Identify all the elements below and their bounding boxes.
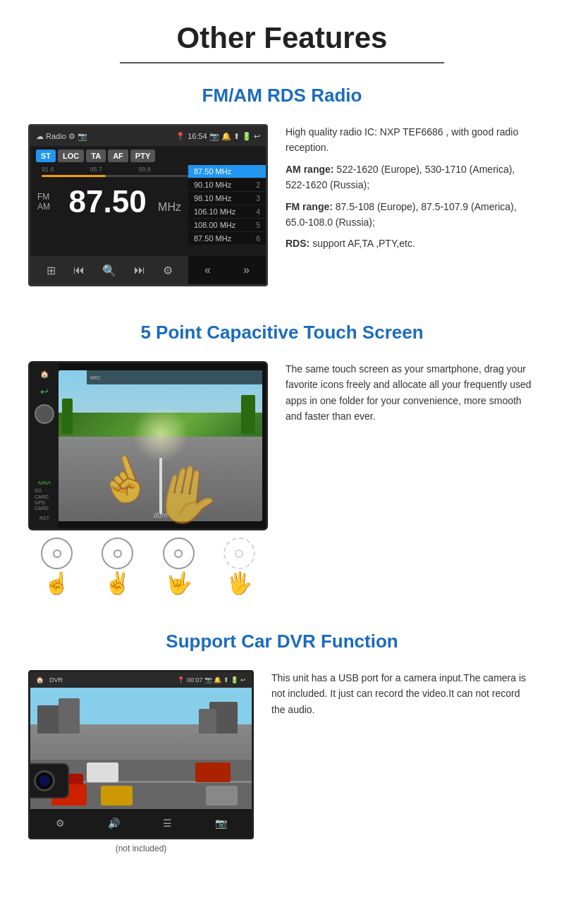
radio-preset-1[interactable]: 87.50 MHz1 (188, 165, 266, 178)
radio-next-icon[interactable]: ⏭ (134, 264, 145, 276)
radio-rds-label: RDS: (286, 238, 309, 249)
radio-btn-af[interactable]: AF (108, 150, 128, 162)
radio-prev-icon[interactable]: ⏮ (73, 264, 85, 276)
radio-grid-icon[interactable]: ⊞ (47, 264, 56, 277)
radio-back-icon[interactable]: « (204, 264, 211, 276)
section-touch: 5 Point Capacitive Touch Screen 🏠 ↩ NAVI… (28, 322, 536, 595)
radio-forward-icon[interactable]: » (243, 264, 250, 276)
touch-image: 🏠 ↩ NAVI SD CARDGPS CARD RST (28, 361, 268, 595)
radio-label: ☁ Radio ⚙ 📷 (36, 132, 87, 141)
radio-btn-pty[interactable]: PTY (130, 150, 155, 162)
touch-gesture-overlay: ☝ ✋ (59, 455, 266, 521)
gesture-circle-1 (41, 537, 73, 569)
gesture-circle-2 (102, 537, 133, 569)
radio-rds-value: support AF,TA ,PTY,etc. (312, 238, 415, 249)
touch-navi-label: NAVI (35, 475, 54, 490)
page-title: Other Features (28, 21, 536, 55)
gesture-four: 🖐 (223, 537, 255, 595)
gesture-single: ☝ (41, 537, 73, 595)
touch-sd-card-label: SD CARDGPS CARD (35, 493, 54, 507)
gesture-finger-2: ✌ (104, 571, 130, 595)
touch-hand-2-icon: ✋ (147, 456, 228, 530)
touch-knob[interactable] (35, 404, 54, 424)
radio-slider-fill (42, 175, 106, 177)
dvr-not-included: (not included) (28, 844, 254, 853)
dvr-image-wrapper: 🏠 DVR 📍 00:07 📷 🔔 ⬆ 🔋 ↩ (28, 670, 254, 853)
radio-intro: High quality radio IC: NXP TEF6686 , wit… (286, 124, 536, 156)
radio-time: 📍 16:54 📷 🔔 ⬆ 🔋 ↩ (176, 132, 260, 141)
touch-description: The same touch screen as your smartphone… (286, 361, 536, 430)
dvr-time: 📍 00:07 📷 🔔 ⬆ 🔋 ↩ (177, 676, 246, 683)
car-3 (87, 762, 118, 782)
car-4 (195, 762, 231, 782)
touch-tree-1 (62, 399, 73, 434)
gesture-circle-4 (223, 537, 255, 569)
radio-search-icon[interactable]: 🔍 (102, 264, 116, 277)
touch-rst-label: RST (35, 511, 54, 525)
gesture-finger-3: 🤟 (166, 571, 192, 595)
car-5 (206, 786, 238, 806)
dvr-icon-2[interactable]: 🔊 (108, 817, 120, 829)
radio-top-bar: ☁ Radio ⚙ 📷 📍 16:54 📷 🔔 ⬆ 🔋 ↩ (30, 126, 266, 146)
dvr-lens (34, 770, 55, 791)
gesture-three: 🤟 (163, 537, 195, 595)
dvr-description: This unit has a USB port for a camera in… (271, 670, 536, 723)
radio-fm-label: FM range: (286, 201, 333, 212)
section-title-dvr: Support Car DVR Function (28, 631, 536, 652)
radio-preset-5[interactable]: 108.00 MHz5 (188, 219, 266, 232)
dvr-label: DVR (49, 676, 63, 683)
radio-fm-range: FM range: 87.5-108 (Europe), 87.5-107.9 … (286, 199, 536, 231)
radio-preset-6[interactable]: 87.50 MHz6 (188, 232, 266, 245)
section-content-radio: ☁ Radio ⚙ 📷 📍 16:54 📷 🔔 ⬆ 🔋 ↩ ST LOC TA … (28, 124, 536, 286)
radio-preset-2[interactable]: 90.10 MHz2 (188, 178, 266, 192)
section-radio: FM/AM RDS Radio ☁ Radio ⚙ 📷 📍 16:54 📷 🔔 … (28, 85, 536, 286)
dvr-desc-text: This unit has a USB port for a camera in… (271, 670, 536, 717)
radio-description: High quality radio IC: NXP TEF6686 , wit… (286, 124, 536, 257)
dvr-screen-device: 🏠 DVR 📍 00:07 📷 🔔 ⬆ 🔋 ↩ (28, 670, 254, 839)
radio-rds: RDS: support AF,TA ,PTY,etc. (286, 236, 536, 251)
radio-am-range: AM range: 522-1620 (Europe), 530-1710 (A… (286, 162, 536, 193)
radio-preset-4[interactable]: 106.10 MHz4 (188, 205, 266, 219)
gesture-circle-3 (163, 537, 195, 569)
gesture-icons-row: ☝ ✌ 🤟 (28, 537, 268, 595)
dvr-icon-3[interactable]: ☰ (163, 817, 172, 829)
radio-am-label: AM range: (286, 164, 333, 175)
section-title-touch: 5 Point Capacitive Touch Screen (28, 322, 536, 344)
building-4 (199, 709, 216, 734)
dvr-icon-1[interactable]: ⚙ (56, 817, 65, 829)
radio-btn-loc[interactable]: LOC (58, 150, 84, 162)
header-divider (120, 62, 444, 63)
section-content-dvr: 🏠 DVR 📍 00:07 📷 🔔 ⬆ 🔋 ↩ (28, 670, 536, 853)
touch-tree-2 (241, 395, 255, 434)
touch-sidebar: 🏠 ↩ NAVI SD CARDGPS CARD RST (30, 363, 59, 528)
gesture-finger-4: 🖐 (226, 571, 252, 595)
building-2 (59, 698, 80, 734)
touch-brand-label: MIC (90, 375, 101, 381)
dvr-top-bar: 🏠 DVR 📍 00:07 📷 🔔 ⬆ 🔋 ↩ (30, 672, 252, 688)
touch-desc-text: The same touch screen as your smartphone… (286, 361, 536, 425)
radio-freq-label: FMAM (37, 192, 50, 212)
touch-home-icon[interactable]: 🏠 (35, 367, 54, 381)
radio-btn-ta[interactable]: TA (86, 150, 106, 162)
dvr-icon-4[interactable]: 📷 (215, 817, 227, 829)
radio-eq-icon[interactable]: ⚙ (163, 264, 173, 277)
gesture-finger-1: ☝ (44, 571, 70, 595)
page-header: Other Features (28, 21, 536, 63)
dvr-camera-device (28, 763, 69, 798)
dvr-home-icon: 🏠 (36, 676, 44, 683)
radio-screen: ☁ Radio ⚙ 📷 📍 16:54 📷 🔔 ⬆ 🔋 ↩ ST LOC TA … (28, 124, 268, 286)
section-dvr: Support Car DVR Function 🏠 DVR 📍 00:07 📷… (28, 631, 536, 853)
radio-presets: 87.50 MHz1 90.10 MHz2 98.10 MHz3 106.10 … (188, 165, 266, 245)
radio-buttons-row: ST LOC TA AF PTY (30, 146, 266, 166)
radio-preset-3[interactable]: 98.10 MHz3 (188, 192, 266, 205)
gesture-two: ✌ (102, 537, 133, 595)
car-2 (101, 786, 133, 806)
radio-image: ☁ Radio ⚙ 📷 📍 16:54 📷 🔔 ⬆ 🔋 ↩ ST LOC TA … (28, 124, 268, 286)
radio-bottom-bar: ⊞ ⏮ 🔍 ⏭ ⚙ (30, 256, 188, 284)
touch-screen-device: 🏠 ↩ NAVI SD CARDGPS CARD RST (28, 361, 268, 530)
radio-btn-st[interactable]: ST (36, 150, 56, 162)
touch-label-bar: MIC (87, 370, 262, 384)
section-content-touch: 🏠 ↩ NAVI SD CARDGPS CARD RST (28, 361, 536, 595)
dvr-bottom-bar: ⚙ 🔊 ☰ 📷 (30, 809, 252, 837)
touch-back-icon[interactable]: ↩ (35, 384, 54, 399)
